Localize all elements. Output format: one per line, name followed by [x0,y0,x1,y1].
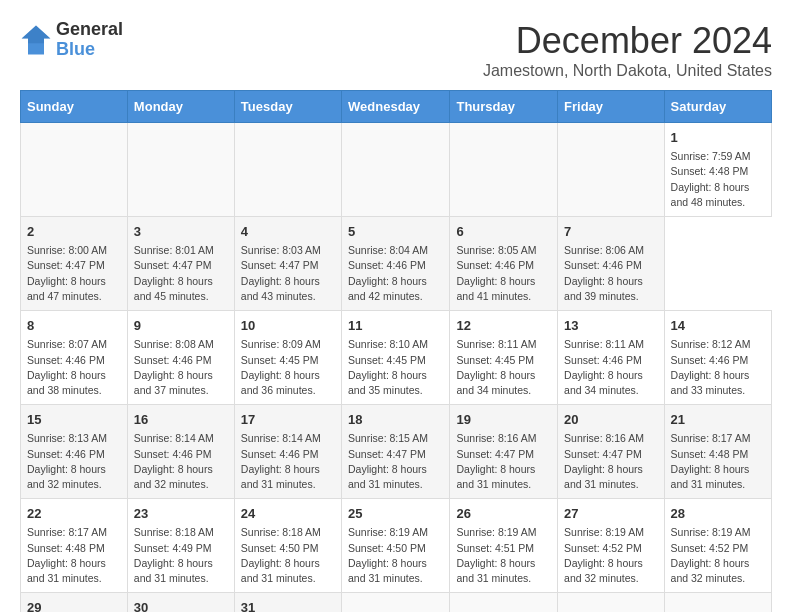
calendar-cell: 12Sunrise: 8:11 AMSunset: 4:45 PMDayligh… [450,311,558,405]
day-info: Sunrise: 8:08 AMSunset: 4:46 PMDaylight:… [134,337,228,398]
calendar-cell: 2Sunrise: 8:00 AMSunset: 4:47 PMDaylight… [21,217,128,311]
day-info: Sunrise: 8:17 AMSunset: 4:48 PMDaylight:… [27,525,121,586]
day-info: Sunrise: 8:10 AMSunset: 4:45 PMDaylight:… [348,337,443,398]
svg-marker-1 [22,25,51,43]
day-number: 16 [134,411,228,429]
day-number: 5 [348,223,443,241]
day-info: Sunrise: 8:14 AMSunset: 4:46 PMDaylight:… [241,431,335,492]
title-block: December 2024 Jamestown, North Dakota, U… [483,20,772,80]
calendar-cell: 8Sunrise: 8:07 AMSunset: 4:46 PMDaylight… [21,311,128,405]
day-number: 6 [456,223,551,241]
calendar-cell: 22Sunrise: 8:17 AMSunset: 4:48 PMDayligh… [21,499,128,593]
calendar-cell [450,123,558,217]
day-info: Sunrise: 8:17 AMSunset: 4:48 PMDaylight:… [671,431,765,492]
calendar-cell [342,123,450,217]
day-number: 8 [27,317,121,335]
day-number: 29 [27,599,121,612]
day-info: Sunrise: 8:12 AMSunset: 4:46 PMDaylight:… [671,337,765,398]
day-number: 14 [671,317,765,335]
day-number: 30 [134,599,228,612]
page-container: General Blue December 2024 Jamestown, No… [20,20,772,612]
day-info: Sunrise: 8:03 AMSunset: 4:47 PMDaylight:… [241,243,335,304]
calendar-week-row: 8Sunrise: 8:07 AMSunset: 4:46 PMDaylight… [21,311,772,405]
calendar-cell: 26Sunrise: 8:19 AMSunset: 4:51 PMDayligh… [450,499,558,593]
calendar-cell: 11Sunrise: 8:10 AMSunset: 4:45 PMDayligh… [342,311,450,405]
header-day-saturday: Saturday [664,91,771,123]
calendar-cell: 20Sunrise: 8:16 AMSunset: 4:47 PMDayligh… [558,405,664,499]
header-day-sunday: Sunday [21,91,128,123]
day-number: 27 [564,505,657,523]
calendar-cell: 18Sunrise: 8:15 AMSunset: 4:47 PMDayligh… [342,405,450,499]
calendar-cell: 28Sunrise: 8:19 AMSunset: 4:52 PMDayligh… [664,499,771,593]
calendar-week-row: 1Sunrise: 7:59 AMSunset: 4:48 PMDaylight… [21,123,772,217]
calendar-week-row: 29Sunrise: 8:20 AMSunset: 4:53 PMDayligh… [21,593,772,612]
calendar-cell [558,123,664,217]
day-info: Sunrise: 8:15 AMSunset: 4:47 PMDaylight:… [348,431,443,492]
day-number: 28 [671,505,765,523]
calendar-cell: 10Sunrise: 8:09 AMSunset: 4:45 PMDayligh… [234,311,341,405]
header-day-tuesday: Tuesday [234,91,341,123]
logo: General Blue [20,20,123,60]
header-day-monday: Monday [127,91,234,123]
day-number: 9 [134,317,228,335]
header-day-thursday: Thursday [450,91,558,123]
calendar-cell: 23Sunrise: 8:18 AMSunset: 4:49 PMDayligh… [127,499,234,593]
day-number: 22 [27,505,121,523]
calendar-cell [342,593,450,612]
day-number: 3 [134,223,228,241]
day-info: Sunrise: 8:07 AMSunset: 4:46 PMDaylight:… [27,337,121,398]
day-info: Sunrise: 8:14 AMSunset: 4:46 PMDaylight:… [134,431,228,492]
day-number: 10 [241,317,335,335]
calendar-cell: 27Sunrise: 8:19 AMSunset: 4:52 PMDayligh… [558,499,664,593]
day-number: 24 [241,505,335,523]
day-number: 1 [671,129,765,147]
calendar-cell: 14Sunrise: 8:12 AMSunset: 4:46 PMDayligh… [664,311,771,405]
calendar-cell: 4Sunrise: 8:03 AMSunset: 4:47 PMDaylight… [234,217,341,311]
calendar-table: SundayMondayTuesdayWednesdayThursdayFrid… [20,90,772,612]
day-info: Sunrise: 8:04 AMSunset: 4:46 PMDaylight:… [348,243,443,304]
calendar-cell [558,593,664,612]
calendar-cell [127,123,234,217]
calendar-cell [450,593,558,612]
logo-line2: Blue [56,40,123,60]
day-info: Sunrise: 8:16 AMSunset: 4:47 PMDaylight:… [564,431,657,492]
day-number: 20 [564,411,657,429]
day-number: 13 [564,317,657,335]
day-info: Sunrise: 8:19 AMSunset: 4:52 PMDaylight:… [564,525,657,586]
day-number: 21 [671,411,765,429]
day-info: Sunrise: 8:11 AMSunset: 4:46 PMDaylight:… [564,337,657,398]
calendar-cell: 31Sunrise: 8:20 AMSunset: 4:55 PMDayligh… [234,593,341,612]
calendar-cell [664,593,771,612]
day-info: Sunrise: 8:19 AMSunset: 4:52 PMDaylight:… [671,525,765,586]
day-info: Sunrise: 8:11 AMSunset: 4:45 PMDaylight:… [456,337,551,398]
calendar-cell: 7Sunrise: 8:06 AMSunset: 4:46 PMDaylight… [558,217,664,311]
day-number: 2 [27,223,121,241]
day-number: 25 [348,505,443,523]
day-number: 17 [241,411,335,429]
day-info: Sunrise: 8:19 AMSunset: 4:51 PMDaylight:… [456,525,551,586]
calendar-cell: 3Sunrise: 8:01 AMSunset: 4:47 PMDaylight… [127,217,234,311]
logo-line1: General [56,20,123,40]
day-number: 19 [456,411,551,429]
header-day-wednesday: Wednesday [342,91,450,123]
calendar-cell: 15Sunrise: 8:13 AMSunset: 4:46 PMDayligh… [21,405,128,499]
day-info: Sunrise: 8:00 AMSunset: 4:47 PMDaylight:… [27,243,121,304]
day-info: Sunrise: 7:59 AMSunset: 4:48 PMDaylight:… [671,149,765,210]
calendar-cell: 6Sunrise: 8:05 AMSunset: 4:46 PMDaylight… [450,217,558,311]
calendar-cell: 13Sunrise: 8:11 AMSunset: 4:46 PMDayligh… [558,311,664,405]
day-number: 31 [241,599,335,612]
main-title: December 2024 [483,20,772,62]
day-info: Sunrise: 8:09 AMSunset: 4:45 PMDaylight:… [241,337,335,398]
calendar-cell: 29Sunrise: 8:20 AMSunset: 4:53 PMDayligh… [21,593,128,612]
calendar-cell: 1Sunrise: 7:59 AMSunset: 4:48 PMDaylight… [664,123,771,217]
day-number: 23 [134,505,228,523]
day-info: Sunrise: 8:19 AMSunset: 4:50 PMDaylight:… [348,525,443,586]
day-number: 11 [348,317,443,335]
header-day-friday: Friday [558,91,664,123]
calendar-cell: 25Sunrise: 8:19 AMSunset: 4:50 PMDayligh… [342,499,450,593]
day-info: Sunrise: 8:05 AMSunset: 4:46 PMDaylight:… [456,243,551,304]
day-number: 4 [241,223,335,241]
day-info: Sunrise: 8:13 AMSunset: 4:46 PMDaylight:… [27,431,121,492]
calendar-cell: 9Sunrise: 8:08 AMSunset: 4:46 PMDaylight… [127,311,234,405]
calendar-cell: 17Sunrise: 8:14 AMSunset: 4:46 PMDayligh… [234,405,341,499]
